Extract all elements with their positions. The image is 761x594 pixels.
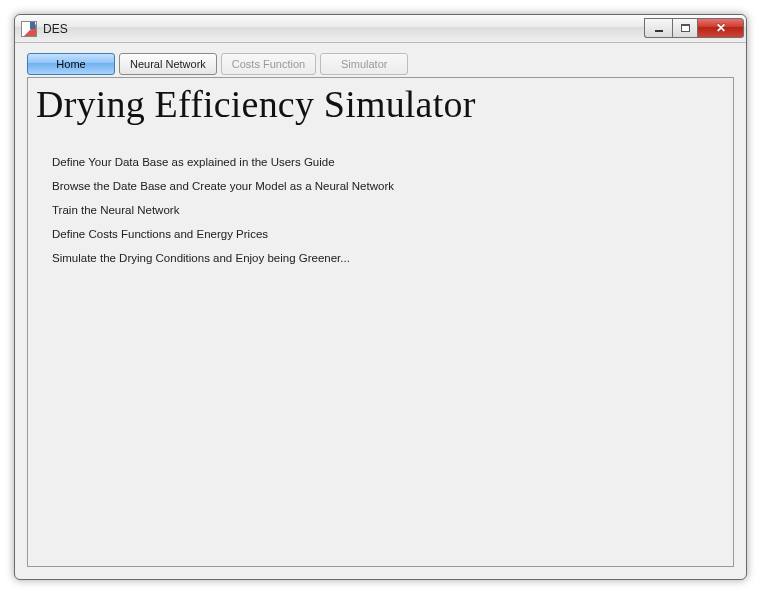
step-text: Define Costs Functions and Energy Prices — [52, 228, 268, 240]
steps-list: Define Your Data Base as explained in th… — [52, 156, 723, 264]
window-title: DES — [43, 22, 68, 36]
tab-bar: Home Neural Network Costs Function Simul… — [23, 49, 738, 75]
application-window: DES ✕ Home Neural Network Costs Function… — [14, 14, 747, 580]
content-panel: Drying Efficiency Simulator Define Your … — [27, 77, 734, 567]
step-text: Browse the Date Base and Create your Mod… — [52, 180, 394, 192]
step-item: Train the Neural Network — [52, 204, 723, 216]
minimize-button[interactable] — [644, 18, 672, 38]
client-area: Home Neural Network Costs Function Simul… — [15, 43, 746, 579]
step-item: Browse the Date Base and Create your Mod… — [52, 180, 723, 192]
minimize-icon — [655, 30, 663, 32]
tab-home[interactable]: Home — [27, 53, 115, 75]
tab-neural-network[interactable]: Neural Network — [119, 53, 217, 75]
step-item: Define Your Data Base as explained in th… — [52, 156, 723, 168]
step-text: Define Your Data Base as explained in th… — [52, 156, 335, 168]
close-button[interactable]: ✕ — [698, 18, 744, 38]
tab-simulator: Simulator — [320, 53, 408, 75]
page-heading: Drying Efficiency Simulator — [36, 82, 723, 126]
maximize-icon — [681, 24, 690, 32]
titlebar[interactable]: DES ✕ — [15, 15, 746, 43]
step-text: Train the Neural Network — [52, 204, 179, 216]
close-icon: ✕ — [716, 21, 726, 35]
step-item: Simulate the Drying Conditions and Enjoy… — [52, 252, 723, 264]
app-icon — [21, 21, 37, 37]
window-controls: ✕ — [644, 19, 744, 38]
tab-costs-function: Costs Function — [221, 53, 316, 75]
step-text: Simulate the Drying Conditions and Enjoy… — [52, 252, 350, 264]
maximize-button[interactable] — [672, 18, 698, 38]
step-item: Define Costs Functions and Energy Prices — [52, 228, 723, 240]
